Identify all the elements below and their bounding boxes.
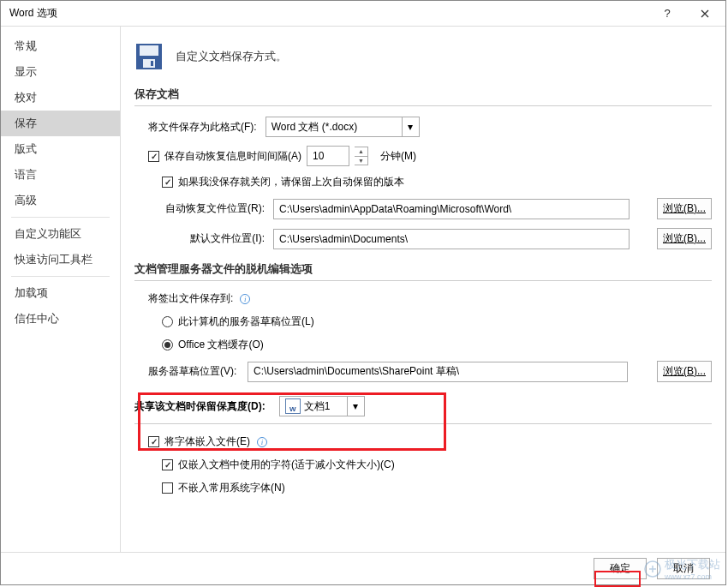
embed-used-label: 仅嵌入文档中使用的字符(适于减小文件大小)(C) [178,458,395,472]
sidebar: 常规 显示 校对 保存 版式 语言 高级 自定义功能区 快速访问工具栏 加载项 … [1,27,121,553]
svg-rect-1 [140,45,158,56]
autosave-unit: 分钟(M) [380,149,416,164]
sidebar-item-save[interactable]: 保存 [1,111,120,136]
browse-default-button[interactable]: 浏览(B)... [657,228,712,249]
dialog-title: Word 选项 [9,6,648,21]
default-loc-input[interactable] [273,229,630,249]
sidebar-item-language[interactable]: 语言 [1,162,120,188]
autosave-spinner[interactable]: ▲▼ [355,147,368,165]
sidebar-separator [11,276,110,277]
server-draft-loc-input[interactable] [248,362,628,382]
office-cache-radio-label: Office 文档缓存(O) [178,338,264,352]
sidebar-item-addins[interactable]: 加载项 [1,280,120,306]
sidebar-item-general[interactable]: 常规 [1,33,120,59]
keep-last-label: 如果我没保存就关闭，请保留上次自动保留的版本 [178,175,404,189]
sidebar-item-display[interactable]: 显示 [1,59,120,85]
browse-server-draft-button[interactable]: 浏览(B)... [657,361,712,382]
dialog-footer: 确定 取消 [1,552,725,584]
document-icon: W [285,398,301,414]
close-icon [701,9,709,18]
autorecover-loc-input[interactable] [273,199,630,219]
section-save-docs-title: 保存文档 [134,87,712,106]
save-checkout-label: 将签出文件保存到: [148,291,233,306]
fidelity-label: 共享该文档时保留保真度(D): [134,399,266,414]
embed-fonts-label: 将字体嵌入文件(E) [164,434,250,449]
chevron-down-icon: ▾ [402,117,419,136]
office-cache-radio[interactable] [162,339,173,350]
browse-autorecover-button[interactable]: 浏览(B)... [657,198,712,219]
close-button[interactable] [686,2,724,26]
server-draft-radio-label: 此计算机的服务器草稿位置(L) [178,314,314,329]
no-common-fonts-label: 不嵌入常用系统字体(N) [178,481,285,495]
sidebar-item-advanced[interactable]: 高级 [1,188,120,213]
autosave-interval-input[interactable] [307,146,349,166]
autosave-label: 保存自动恢复信息时间间隔(A) [164,149,301,164]
ok-button[interactable]: 确定 [594,558,647,579]
server-draft-radio[interactable] [162,316,173,327]
content-panel: 自定义文档保存方式。 保存文档 将文件保存为此格式(F): Word 文档 (*… [121,27,725,553]
format-select[interactable]: Word 文档 (*.docx) ▾ [266,117,420,137]
embed-fonts-checkbox[interactable] [148,436,159,447]
options-dialog: Word 选项 ? 常规 显示 校对 保存 版式 语言 高级 自定义功能区 快速… [0,0,726,585]
sidebar-item-trust[interactable]: 信任中心 [1,306,120,332]
no-common-fonts-checkbox[interactable] [162,482,173,494]
autorecover-loc-label: 自动恢复文件位置(R): [148,201,268,216]
chevron-down-icon: ▾ [347,397,364,416]
save-disk-icon [134,42,164,71]
section-offline-title: 文档管理服务器文件的脱机编辑选项 [134,261,712,281]
sidebar-item-qat[interactable]: 快速访问工具栏 [1,247,120,273]
sidebar-item-proofing[interactable]: 校对 [1,85,120,111]
cancel-button[interactable]: 取消 [657,558,710,579]
help-button[interactable]: ? [648,2,686,26]
sidebar-item-customize-ribbon[interactable]: 自定义功能区 [1,221,120,247]
page-title: 自定义文档保存方式。 [176,49,287,64]
fidelity-doc-select[interactable]: W 文档1 ▾ [279,396,365,416]
info-icon[interactable]: i [240,294,250,304]
svg-rect-3 [151,61,153,66]
titlebar: Word 选项 ? [1,1,725,27]
sidebar-separator [11,217,110,218]
info-icon[interactable]: i [257,437,267,447]
server-draft-loc-label: 服务器草稿位置(V): [148,364,242,379]
sidebar-item-layout[interactable]: 版式 [1,136,120,162]
format-label: 将文件保存为此格式(F): [148,120,260,135]
default-loc-label: 默认文件位置(I): [148,231,268,246]
autosave-checkbox[interactable] [148,151,159,162]
keep-last-checkbox[interactable] [162,177,173,188]
embed-used-checkbox[interactable] [162,459,173,470]
